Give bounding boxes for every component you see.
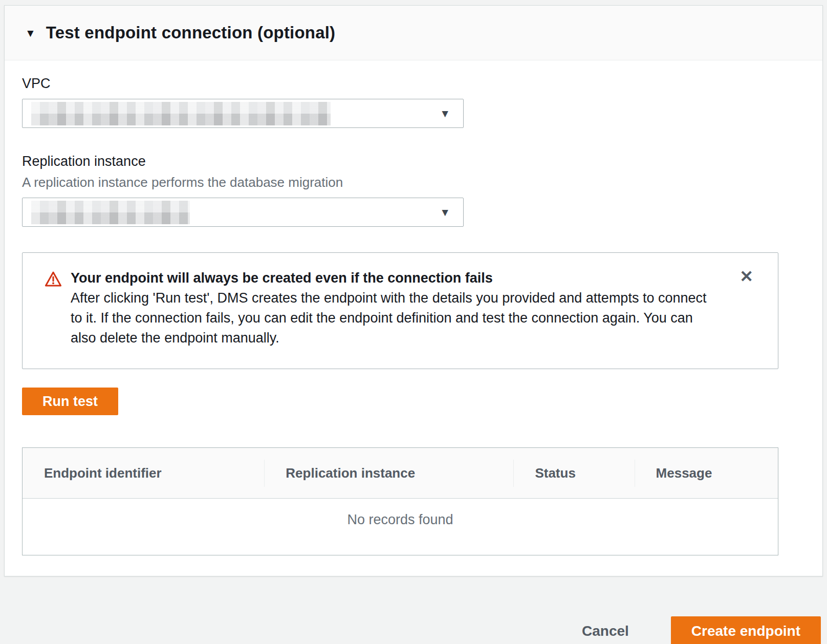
column-header-endpoint-identifier: Endpoint identifier xyxy=(23,448,264,498)
spacer xyxy=(22,227,805,252)
column-header-status: Status xyxy=(513,448,634,498)
panel-body: VPC ▼ Replication instance A replication… xyxy=(5,60,822,576)
replication-instance-redacted-value xyxy=(31,201,190,224)
section-header[interactable]: ▼ Test endpoint connection (optional) xyxy=(5,6,822,60)
replication-instance-select[interactable]: ▼ xyxy=(22,198,464,227)
close-icon[interactable]: ✕ xyxy=(737,266,755,287)
cancel-button[interactable]: Cancel xyxy=(582,623,629,639)
replication-instance-field: Replication instance A replication insta… xyxy=(22,154,805,227)
vpc-field: VPC ▼ xyxy=(22,76,805,128)
spacer xyxy=(22,128,805,154)
column-header-replication-instance: Replication instance xyxy=(264,448,513,498)
empty-state-message: No records found xyxy=(23,499,778,528)
alert-body: After clicking 'Run test', DMS creates t… xyxy=(71,288,716,348)
create-endpoint-button[interactable]: Create endpoint xyxy=(671,616,821,644)
chevron-down-icon: ▼ xyxy=(440,108,450,119)
section-title: Test endpoint connection (optional) xyxy=(46,23,336,42)
vpc-select[interactable]: ▼ xyxy=(22,99,464,128)
test-results-table: Endpoint identifier Replication instance… xyxy=(22,447,778,555)
replication-instance-description: A replication instance performs the data… xyxy=(22,175,805,190)
test-endpoint-panel: ▼ Test endpoint connection (optional) VP… xyxy=(4,5,823,576)
alert-title: Your endpoint will always be created eve… xyxy=(71,268,716,288)
vpc-redacted-value xyxy=(31,102,331,125)
replication-instance-label: Replication instance xyxy=(22,154,805,169)
alert-text: Your endpoint will always be created eve… xyxy=(71,268,716,348)
vpc-label: VPC xyxy=(22,76,805,92)
column-header-message: Message xyxy=(635,448,778,498)
table-body: No records found xyxy=(23,499,778,555)
page: ▼ Test endpoint connection (optional) VP… xyxy=(0,5,827,644)
footer-actions: Cancel Create endpoint xyxy=(0,616,827,644)
warning-alert: Your endpoint will always be created eve… xyxy=(22,252,778,369)
chevron-down-icon: ▼ xyxy=(440,207,450,218)
warning-triangle-icon xyxy=(45,270,62,290)
table-header-row: Endpoint identifier Replication instance… xyxy=(23,448,778,499)
collapse-triangle-icon[interactable]: ▼ xyxy=(25,28,36,38)
run-test-button[interactable]: Run test xyxy=(22,388,118,415)
